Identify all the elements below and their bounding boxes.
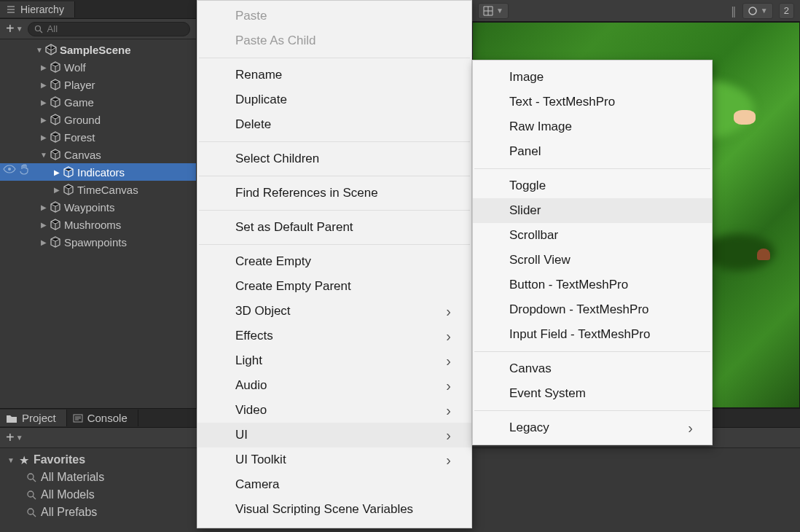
context-menu-separator [199,210,470,211]
item-label: Forest [63,131,95,144]
scene-row[interactable]: ▼ SampleScene [0,41,196,58]
expand-arrow-icon[interactable]: ▶ [39,81,48,89]
submenu-item[interactable]: Input Field - TextMeshPro [473,322,712,347]
visibility-controls[interactable] [3,163,31,175]
submenu-item[interactable]: Legacy› [473,415,712,440]
hierarchy-item[interactable]: ▶TimeCanvas [0,181,196,198]
hierarchy-item[interactable]: ▼Canvas [0,146,196,163]
menu-item-label: Legacy [509,420,549,435]
menu-item-label: Camera [235,477,279,492]
svg-point-8 [28,491,34,497]
menu-item-label: Button - TextMeshPro [509,278,628,292]
context-menu-separator [199,58,470,58]
chevron-down-icon: ▼ [496,7,503,15]
submenu-item[interactable]: Slider [473,198,712,223]
chevron-right-icon: › [688,420,693,437]
tool-handle-dropdown[interactable]: ▼ [478,3,509,19]
grid-icon [483,6,493,16]
menu-item-label: Slider [509,203,541,218]
context-menu-item[interactable]: Rename [197,63,471,87]
svg-line-7 [33,479,36,482]
hierarchy-item[interactable]: ▶Forest [0,128,196,146]
gizmo-dropdown[interactable]: ▼ [742,3,773,19]
context-menu-item[interactable]: Light› [197,348,471,373]
hand-icon[interactable] [19,163,31,175]
context-menu-item[interactable]: Create Empty Parent [197,274,471,299]
hierarchy-item[interactable]: ▶Waypoints [0,198,196,216]
gizmo-scale[interactable]: 2 [779,3,794,19]
submenu-item[interactable]: Text - TextMeshPro [473,90,712,114]
expand-arrow-icon[interactable]: ▶ [39,133,48,141]
submenu-item[interactable]: Scrollbar [473,223,712,248]
svg-point-6 [28,474,34,480]
eye-icon[interactable] [3,164,16,174]
context-menu-item[interactable]: 3D Object› [197,299,471,324]
context-menu-item[interactable]: Find References in Scene [197,181,471,206]
submenu-item[interactable]: Scroll View [473,248,712,273]
gameobject-icon [48,79,63,90]
hierarchy-item[interactable]: ▶Player [0,76,196,93]
menu-item-label: UI [235,428,248,442]
chevron-right-icon: › [446,303,451,320]
submenu-item[interactable]: Canvas [473,356,712,381]
expand-arrow-icon[interactable]: ▶ [39,116,48,124]
menu-item-label: Audio [235,378,267,393]
context-menu-item[interactable]: Camera [197,472,471,497]
expand-arrow-icon[interactable]: ▶ [52,168,61,176]
menu-item-label: Paste As Child [235,34,316,48]
tab-label: Project [22,412,56,424]
context-menu-item[interactable]: Delete [197,112,471,137]
expand-arrow-icon[interactable]: ▶ [39,98,48,106]
tab-console[interactable]: Console [67,410,138,426]
collapse-arrow-icon[interactable]: ▼ [7,456,15,464]
hierarchy-item[interactable]: ▶Spawnpoints [0,233,196,251]
plus-icon: + [6,20,15,37]
context-menu-item[interactable]: Visual Scripting Scene Variables [197,497,471,522]
context-menu-item[interactable]: Create Empty [197,249,471,274]
submenu-item[interactable]: Image [473,65,712,90]
context-menu-item[interactable]: UI Toolkit› [197,447,471,472]
create-asset-dropdown[interactable]: + ▼ [6,429,23,446]
gameobject-icon [61,184,76,195]
submenu-item[interactable]: Button - TextMeshPro [473,273,712,297]
tab-empty [75,0,196,18]
tab-hierarchy[interactable]: Hierarchy [0,1,75,17]
menu-item-label: Image [509,70,544,85]
context-menu-item[interactable]: UI› [197,423,471,447]
submenu-item[interactable]: Panel [473,139,712,164]
context-menu-item[interactable]: Video› [197,398,471,423]
submenu-separator [474,410,710,411]
submenu-item[interactable]: Event System [473,381,712,406]
submenu-item[interactable]: Dropdown - TextMeshPro [473,297,712,322]
collapse-arrow-icon[interactable]: ▼ [39,151,48,159]
context-menu-item[interactable]: Select Children [197,146,471,171]
item-label: Mushrooms [63,219,121,231]
create-dropdown[interactable]: + ▼ [6,20,23,37]
menu-item-label: Delete [235,117,271,132]
context-menu-item[interactable]: Effects› [197,324,471,348]
expand-arrow-icon[interactable]: ▶ [39,238,48,246]
svg-point-10 [28,509,34,515]
menu-item-label: Canvas [509,361,552,376]
hierarchy-item[interactable]: ▶Indicators [0,163,196,181]
expand-arrow-icon[interactable]: ▶ [39,203,48,211]
expand-arrow-icon[interactable]: ▶ [39,221,48,229]
hierarchy-panel: Hierarchy + ▼ All ▼ SampleScene ▶Wolf▶Pl… [0,0,197,408]
context-menu-item[interactable]: Duplicate [197,87,471,112]
context-menu-item[interactable]: Set as Default Parent [197,215,471,240]
expand-arrow-icon[interactable]: ▶ [52,186,61,194]
item-label: TimeCanvas [76,184,138,196]
hierarchy-item[interactable]: ▶Mushrooms [0,216,196,233]
context-menu-item[interactable]: Audio› [197,373,471,398]
hierarchy-item[interactable]: ▶Wolf [0,58,196,76]
hierarchy-item[interactable]: ▶Ground [0,111,196,128]
expand-arrow-icon[interactable]: ▶ [39,63,48,71]
tab-project[interactable]: Project [0,410,67,426]
submenu-item[interactable]: Toggle [473,173,712,198]
collapse-arrow-icon[interactable]: ▼ [35,46,44,54]
hierarchy-item[interactable]: ▶Game [0,93,196,111]
submenu-item[interactable]: Raw Image [473,114,712,139]
menu-item-label: UI Toolkit [235,453,286,467]
search-input[interactable]: All [28,22,190,36]
menu-item-label: Video [235,403,267,418]
